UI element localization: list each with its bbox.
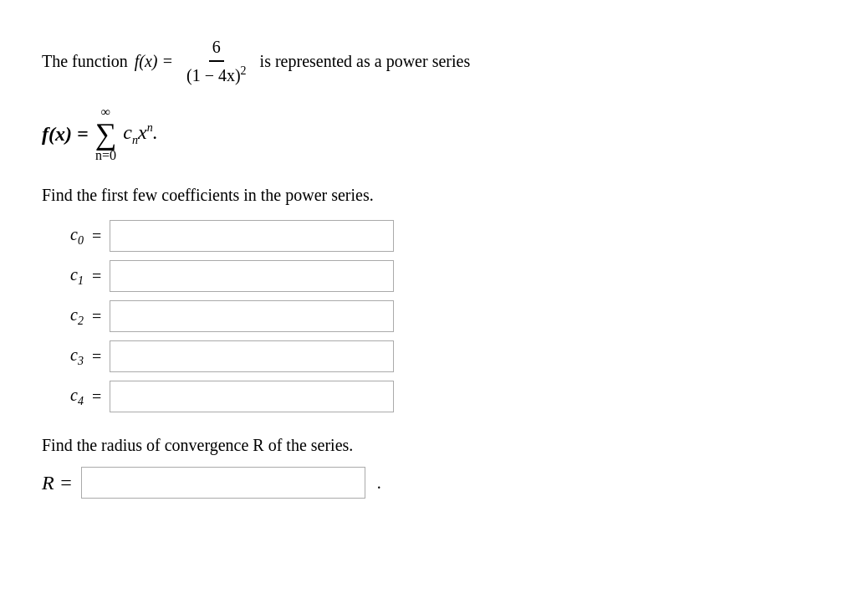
equals-1: = [92, 267, 101, 286]
numerator: 6 [209, 33, 224, 62]
term-superscript-n: n [147, 121, 153, 134]
coeff-input-0[interactable] [110, 220, 394, 252]
power-series-line: f(x) = ∞ ∑ n=0 cnxn. [42, 105, 826, 162]
text-before: The function [42, 48, 128, 74]
coeff-label-3: c3 [42, 345, 84, 368]
denominator-text: (1 − 4x) [186, 66, 241, 84]
coeff-input-3[interactable] [110, 340, 394, 372]
coefficient-row-4: c4 = [42, 381, 826, 412]
coeff-input-1[interactable] [110, 260, 394, 292]
term-subscript-n: n [132, 133, 138, 146]
coeff-label-1: c1 [42, 265, 84, 288]
radius-label: R = [42, 472, 73, 494]
coeff-label-2: c2 [42, 305, 84, 328]
equals-4: = [92, 387, 101, 407]
equals-0: = [92, 227, 101, 246]
fx-label: f(x) = [135, 48, 173, 74]
radius-input[interactable] [81, 467, 365, 499]
sigma-block: ∞ ∑ n=0 [95, 105, 117, 162]
coeff-input-2[interactable] [110, 300, 394, 332]
coeff-label-0: c0 [42, 225, 84, 248]
period: . [377, 473, 381, 493]
coefficient-row-0: c0 = [42, 220, 826, 252]
coefficient-row-3: c3 = [42, 340, 826, 372]
radius-row: R = . [42, 467, 826, 499]
ps-fx: f(x) = [42, 123, 89, 146]
coefficients-section: c0 = c1 = c2 = c3 = c4 = [42, 220, 826, 412]
find-radius-instruction: Find the radius of convergence R of the … [42, 436, 826, 455]
problem-container: The function f(x) = 6 (1 − 4x)2 is repre… [42, 33, 826, 499]
sigma-lower: n=0 [95, 149, 116, 162]
denominator-exp: 2 [241, 64, 247, 77]
fraction: 6 (1 − 4x)2 [183, 33, 250, 89]
coefficient-row-2: c2 = [42, 300, 826, 332]
denominator: (1 − 4x)2 [183, 62, 250, 89]
equals-3: = [92, 347, 101, 366]
text-after: is represented as a power series [260, 48, 471, 74]
series-term: cnxn. [123, 121, 157, 147]
equals-2: = [92, 307, 101, 326]
intro-line: The function f(x) = 6 (1 − 4x)2 is repre… [42, 33, 826, 89]
coeff-label-4: c4 [42, 386, 84, 408]
coeff-input-4[interactable] [110, 381, 394, 412]
coefficient-row-1: c1 = [42, 260, 826, 292]
sigma-symbol: ∑ [95, 119, 117, 149]
find-coefficients-instruction: Find the first few coefficients in the p… [42, 186, 826, 205]
